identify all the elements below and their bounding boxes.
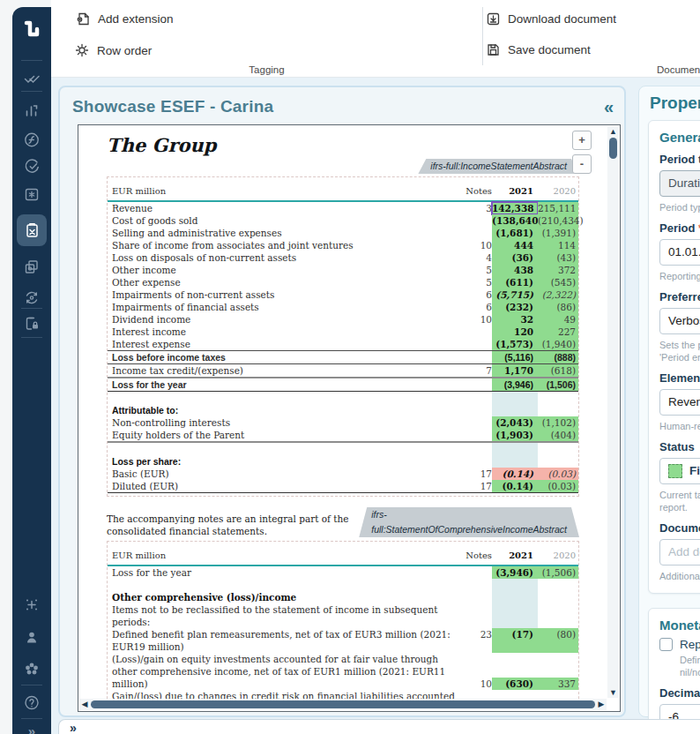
value-2021[interactable] <box>492 603 538 628</box>
value-2021[interactable]: (0.14) <box>492 480 538 492</box>
value-2021[interactable] <box>492 455 538 468</box>
value-2021[interactable]: (5,715) <box>492 288 538 301</box>
value-2021[interactable]: (0.14) <box>492 468 538 480</box>
value-2020[interactable] <box>538 404 578 416</box>
value-2021[interactable]: (3,946) <box>492 566 538 579</box>
value-2021[interactable]: (1,903) <box>492 429 538 441</box>
row-order-button[interactable]: Row order <box>74 42 152 58</box>
table-row[interactable]: Revenue3142,338215,111 <box>108 202 578 214</box>
spreadsheet-tagging-icon-active[interactable] <box>17 214 47 246</box>
value-2021[interactable] <box>492 591 538 603</box>
table-row[interactable]: Impairments of non-current assets6(5,715… <box>108 288 578 301</box>
value-2020[interactable]: 227 <box>538 326 578 338</box>
horizontal-scroll-thumb[interactable] <box>91 700 595 708</box>
collapse-panel-icon[interactable]: « <box>604 97 614 117</box>
expand-sidebar-icon[interactable]: » <box>28 723 35 734</box>
table-row[interactable]: Other comprehensive (loss)/income <box>108 591 578 603</box>
table-row[interactable]: (Loss)/gain on equity investments accoun… <box>108 653 578 690</box>
table-row[interactable] <box>108 392 578 404</box>
value-2021[interactable] <box>492 404 538 416</box>
value-2021[interactable]: (17) <box>492 628 538 653</box>
settings-flower-icon[interactable] <box>24 661 41 678</box>
table-row[interactable]: Impairments of financial assets6(232)(86… <box>108 301 578 313</box>
table-row[interactable]: Diluted (EUR)17(0.14)(0.03) <box>108 480 578 493</box>
user-icon[interactable] <box>24 629 41 646</box>
table-row[interactable]: Share of income from associates and join… <box>108 239 578 251</box>
value-2021[interactable]: (2,043) <box>492 416 538 429</box>
table-row[interactable]: Defined benefit plan remeasurements, net… <box>108 628 578 653</box>
value-2021[interactable]: (1,573) <box>492 338 538 350</box>
table-row[interactable]: Other income5438372 <box>108 264 578 276</box>
value-2020[interactable]: (1,506) <box>538 566 578 579</box>
app-logo-icon[interactable] <box>20 19 43 42</box>
value-2020[interactable]: (2,322) <box>538 288 578 301</box>
copy-settings-icon[interactable] <box>24 258 41 275</box>
preferred-label-input[interactable]: Verbose label <box>659 308 700 334</box>
table-row[interactable]: Loss on disposals of non-current assets4… <box>108 251 578 264</box>
reported-nil-checkbox[interactable] <box>659 638 673 651</box>
value-2021[interactable]: 444 <box>492 239 538 251</box>
value-2021[interactable]: (232) <box>492 301 538 313</box>
table-row[interactable]: Other expense5(611)(545) <box>108 276 578 288</box>
value-2021[interactable]: (3,946) <box>492 378 538 391</box>
period-type-input[interactable]: Duration <box>659 170 700 197</box>
scroll-left-icon[interactable]: ◀ <box>79 699 90 710</box>
bar-chart-icon[interactable] <box>24 102 41 119</box>
status-select[interactable]: Final <box>659 458 700 484</box>
value-2020[interactable]: (404) <box>538 429 578 441</box>
value-2021[interactable]: 1,170 <box>492 364 538 377</box>
save-document-button[interactable]: Save document <box>486 42 591 57</box>
value-2021[interactable]: 32 <box>492 313 538 326</box>
element-label-input[interactable]: Revenue <box>659 389 700 416</box>
value-2021[interactable]: 438 <box>492 264 538 276</box>
value-2020[interactable]: 372 <box>538 264 578 276</box>
value-2020[interactable]: (545) <box>538 276 578 288</box>
value-2021[interactable] <box>492 579 538 591</box>
value-2020[interactable] <box>538 603 578 628</box>
value-2020[interactable]: (888) <box>538 351 578 363</box>
value-2020[interactable]: 49 <box>538 313 578 326</box>
xbrl-tag-comprehensive-income[interactable]: ifrs-full:StatementOfComprehensiveIncome… <box>359 507 579 537</box>
table-row[interactable]: Income tax credit/(expense)71,170(618) <box>108 364 578 378</box>
zoom-in-button[interactable]: + <box>572 131 592 150</box>
scroll-up-icon[interactable]: ▲ <box>607 126 619 137</box>
scroll-right-icon[interactable]: ▶ <box>596 699 607 710</box>
value-2020[interactable]: (0.03) <box>538 480 578 492</box>
clipboard-lock-icon[interactable] <box>24 315 41 332</box>
table-row[interactable]: Items not to be reclassified to the stat… <box>108 603 578 628</box>
table-row[interactable]: Non-controlling interests(2,043)(1,102) <box>108 416 578 429</box>
table-row[interactable]: Attributable to: <box>108 404 578 416</box>
scroll-down-icon[interactable]: ▼ <box>607 687 619 698</box>
value-2020[interactable] <box>538 591 578 603</box>
value-2020[interactable]: (210,434) <box>538 214 578 227</box>
note-star-icon[interactable] <box>24 186 41 203</box>
table-row[interactable] <box>108 579 578 591</box>
table-row[interactable]: Loss before income taxes(5,116)(888) <box>108 351 578 364</box>
table-row[interactable]: Interest expense(1,573)(1,940) <box>108 338 578 351</box>
help-icon[interactable] <box>24 694 41 711</box>
function-icon[interactable] <box>24 131 41 148</box>
value-2020[interactable]: (0.03) <box>538 468 578 480</box>
vertical-scroll-thumb[interactable] <box>609 138 617 159</box>
value-2021[interactable] <box>492 392 538 404</box>
table-row[interactable]: Loss for the year(3,946)(1,506) <box>108 378 578 392</box>
table-row[interactable]: Basic (EUR)17(0.14)(0.03) <box>108 468 578 480</box>
table-row[interactable]: Gain/(loss) due to changes in credit ris… <box>108 690 578 699</box>
value-2021[interactable]: (1,681) <box>492 227 538 239</box>
value-2020[interactable]: (86) <box>538 301 578 313</box>
sync-review-icon[interactable] <box>24 289 41 306</box>
value-2020[interactable] <box>538 579 578 591</box>
value-2020[interactable]: (1,940) <box>538 338 578 350</box>
vertical-scrollbar[interactable]: ▲ ▼ <box>607 126 619 698</box>
value-2020[interactable]: (1,391) <box>538 227 578 239</box>
selected-fact-cell[interactable]: 142,338 <box>492 202 538 214</box>
horizontal-scrollbar[interactable]: ◀ ▶ <box>79 699 607 710</box>
value-2020[interactable]: 337 <box>538 678 578 690</box>
value-2021[interactable]: 120 <box>492 326 538 338</box>
period-input[interactable]: 01.01.2021 - 31.12.2021 <box>659 239 700 266</box>
value-2021[interactable] <box>492 443 538 455</box>
table-row[interactable] <box>108 443 578 455</box>
value-2020[interactable]: (1,506) <box>538 378 578 391</box>
documentation-input[interactable]: Add documentation <box>659 539 700 565</box>
value-2020[interactable]: 114 <box>538 239 578 251</box>
